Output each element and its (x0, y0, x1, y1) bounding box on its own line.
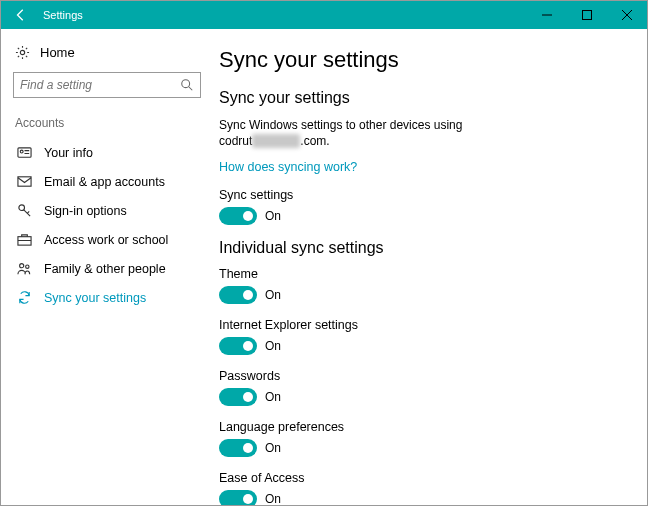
svg-rect-5 (18, 177, 31, 186)
toggle-switch[interactable] (219, 207, 257, 225)
briefcase-icon (17, 232, 32, 247)
toggle-switch[interactable] (219, 439, 257, 457)
section-heading-individual: Individual sync settings (219, 239, 627, 257)
window-title: Settings (41, 9, 83, 21)
toggle-switch[interactable] (219, 337, 257, 355)
sidebar-item-signin[interactable]: Sign-in options (13, 196, 199, 225)
nav-label: Sync your settings (44, 291, 146, 305)
sidebar-item-your-info[interactable]: Your info (13, 138, 199, 167)
toggle-label: Ease of Access (219, 471, 627, 485)
sidebar: Home Accounts Your info Email & app acco… (1, 29, 209, 505)
search-box[interactable] (13, 72, 201, 98)
sync-icon (17, 290, 32, 305)
toggle-switch[interactable] (219, 286, 257, 304)
sidebar-item-family[interactable]: Family & other people (13, 254, 199, 283)
sidebar-item-sync[interactable]: Sync your settings (13, 283, 199, 312)
sidebar-group-label: Accounts (13, 112, 199, 138)
svg-rect-0 (583, 11, 592, 20)
toggle-state: On (265, 441, 281, 455)
toggle-switch[interactable] (219, 490, 257, 505)
window-controls (527, 1, 647, 29)
search-icon (180, 78, 194, 92)
account-line: codrutxxxxxxxx.com. (219, 134, 627, 148)
toggle-label: Internet Explorer settings (219, 318, 627, 332)
home-label: Home (40, 45, 75, 60)
svg-rect-3 (18, 148, 31, 157)
back-button[interactable] (1, 1, 41, 29)
toggle-state: On (265, 288, 281, 302)
toggle-state: On (265, 492, 281, 505)
account-prefix: codrut (219, 134, 252, 148)
toggle-switch[interactable] (219, 388, 257, 406)
main-content: Sync your settings Sync your settings Sy… (209, 29, 647, 505)
svg-point-2 (182, 80, 190, 88)
toggle-label: Passwords (219, 369, 627, 383)
nav-label: Email & app accounts (44, 175, 165, 189)
help-link[interactable]: How does syncing work? (219, 160, 357, 174)
toggle-sync-settings: Sync settings On (219, 188, 627, 225)
person-card-icon (17, 145, 32, 160)
toggle-block: PasswordsOn (219, 369, 627, 406)
search-input[interactable] (20, 78, 180, 92)
sidebar-item-email[interactable]: Email & app accounts (13, 167, 199, 196)
page-title: Sync your settings (219, 47, 627, 73)
toggle-block: Internet Explorer settingsOn (219, 318, 627, 355)
section-heading-sync: Sync your settings (219, 89, 627, 107)
maximize-button[interactable] (567, 1, 607, 29)
toggle-label: Language preferences (219, 420, 627, 434)
title-bar: Settings (1, 1, 647, 29)
toggle-block: Ease of AccessOn (219, 471, 627, 505)
toggle-state: On (265, 390, 281, 404)
nav-label: Family & other people (44, 262, 166, 276)
nav-label: Sign-in options (44, 204, 127, 218)
home-link[interactable]: Home (13, 41, 199, 70)
gear-icon (15, 45, 30, 60)
people-icon (17, 261, 32, 276)
key-icon (17, 203, 32, 218)
minimize-button[interactable] (527, 1, 567, 29)
nav-label: Access work or school (44, 233, 168, 247)
toggle-label: Theme (219, 267, 627, 281)
sync-description: Sync Windows settings to other devices u… (219, 117, 479, 134)
svg-point-9 (26, 265, 29, 268)
close-button[interactable] (607, 1, 647, 29)
account-suffix: .com. (300, 134, 329, 148)
toggle-label: Sync settings (219, 188, 627, 202)
toggle-state: On (265, 339, 281, 353)
toggle-state: On (265, 209, 281, 223)
svg-point-8 (20, 264, 24, 268)
svg-point-1 (20, 50, 24, 54)
toggle-block: ThemeOn (219, 267, 627, 304)
account-redacted: xxxxxxxx (252, 134, 300, 148)
sidebar-item-work-school[interactable]: Access work or school (13, 225, 199, 254)
nav-label: Your info (44, 146, 93, 160)
svg-point-4 (20, 150, 23, 153)
mail-icon (17, 174, 32, 189)
toggle-block: Language preferencesOn (219, 420, 627, 457)
